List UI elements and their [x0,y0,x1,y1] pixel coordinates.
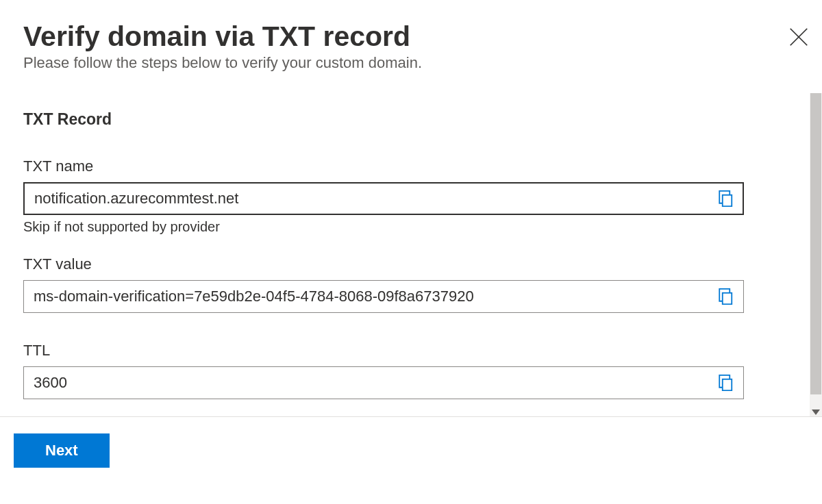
txt-name-input[interactable] [23,182,744,215]
ttl-copy-button[interactable] [715,372,737,394]
scrollbar-arrow-down-icon[interactable] [812,410,820,415]
txt-name-input-wrapper [23,182,744,215]
txt-value-field-group: TXT value [23,255,808,313]
svg-rect-3 [723,293,732,305]
header-text-block: Verify domain via TXT record Please foll… [23,21,422,72]
page-subtitle: Please follow the steps below to verify … [23,54,422,72]
header-row: Verify domain via TXT record Please foll… [23,21,804,72]
close-button[interactable] [786,25,811,52]
close-icon [789,27,808,47]
ttl-input[interactable] [23,366,744,399]
txt-name-label: TXT name [23,158,808,175]
copy-icon [718,288,734,305]
ttl-field-group: TTL [23,342,808,399]
ttl-input-wrapper [23,366,744,399]
svg-rect-4 [723,379,732,391]
next-button[interactable]: Next [14,433,110,468]
panel-container: Verify domain via TXT record Please foll… [0,0,822,416]
scrollbar-track[interactable] [810,93,822,416]
txt-name-field-group: TXT name Skip if not supported by provid… [23,158,808,235]
copy-icon [718,190,734,207]
panel-footer: Next [0,416,822,468]
txt-name-helper: Skip if not supported by provider [23,219,808,235]
txt-value-input[interactable] [23,280,744,313]
txt-value-input-wrapper [23,280,744,313]
ttl-label: TTL [23,342,808,360]
page-title: Verify domain via TXT record [23,21,422,53]
svg-rect-2 [723,195,732,207]
txt-name-copy-button[interactable] [715,188,737,210]
copy-icon [718,375,734,391]
scrollbar-thumb[interactable] [810,93,821,394]
txt-value-label: TXT value [23,255,808,273]
txt-value-copy-button[interactable] [715,286,737,307]
section-heading: TXT Record [23,110,808,129]
